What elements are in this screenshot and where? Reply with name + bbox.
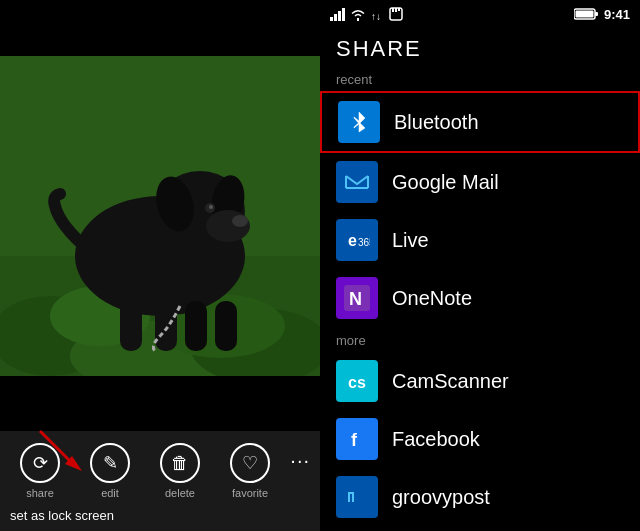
dog-photo — [0, 56, 320, 376]
left-panel: ⟳ share ✎ edit 🗑 delete ♡ favorite ... s… — [0, 0, 320, 531]
onenote-icon: N — [336, 277, 378, 319]
onenote-label: OneNote — [392, 287, 472, 310]
groovypost-label: groovypost — [392, 486, 490, 509]
svg-rect-17 — [185, 301, 207, 351]
delete-label: delete — [165, 487, 195, 499]
svg-text:f: f — [351, 430, 358, 450]
groovypost-icon — [336, 476, 378, 518]
svg-rect-18 — [215, 301, 237, 351]
facebook-item[interactable]: f Facebook — [320, 410, 640, 468]
status-bar: ↑↓ 9:41 — [320, 0, 640, 28]
delete-icon: 🗑 — [160, 443, 200, 483]
status-left: ↑↓ — [330, 7, 403, 21]
lock-screen-text: set as lock screen — [10, 508, 114, 523]
svg-text:N: N — [349, 289, 362, 309]
camscanner-label: CamScanner — [392, 370, 509, 393]
live-icon: e 365 — [336, 219, 378, 261]
camscanner-item[interactable]: cs CamScanner — [320, 352, 640, 410]
favorite-label: favorite — [232, 487, 268, 499]
edit-icon: ✎ — [90, 443, 130, 483]
svg-text:365: 365 — [358, 237, 370, 248]
edit-label: edit — [101, 487, 119, 499]
status-right: 9:41 — [574, 7, 630, 22]
dog-image — [0, 56, 320, 376]
bluetooth-item[interactable]: Bluetooth — [320, 91, 640, 153]
time-display: 9:41 — [604, 7, 630, 22]
facebook-icon: f — [336, 418, 378, 460]
photo-area — [0, 0, 320, 431]
groovypost-item[interactable]: groovypost — [320, 468, 640, 526]
gmail-item[interactable]: Google Mail — [320, 153, 640, 211]
wifi-icon — [349, 8, 367, 21]
more-label: more — [320, 327, 640, 352]
share-label: share — [26, 487, 54, 499]
sd-icon — [389, 7, 403, 21]
svg-text:cs: cs — [348, 374, 366, 391]
camscanner-icon: cs — [336, 360, 378, 402]
svg-point-12 — [232, 215, 248, 227]
svg-point-14 — [209, 205, 213, 209]
battery-icon — [574, 7, 599, 21]
edit-tool[interactable]: ✎ edit — [90, 443, 130, 499]
svg-rect-28 — [575, 11, 593, 18]
svg-rect-27 — [595, 12, 598, 16]
svg-rect-15 — [120, 296, 142, 351]
gmail-label: Google Mail — [392, 171, 499, 194]
favorite-tool[interactable]: ♡ favorite — [230, 443, 270, 499]
svg-rect-24 — [395, 8, 397, 12]
svg-rect-40 — [344, 426, 370, 452]
bluetooth-label: Bluetooth — [394, 111, 479, 134]
recent-label: recent — [320, 66, 640, 91]
right-panel: ↑↓ 9:41 SHARE recent — [320, 0, 640, 531]
share-title: SHARE — [320, 28, 640, 66]
signal-icon — [330, 8, 345, 21]
svg-rect-16 — [155, 296, 177, 351]
favorite-icon: ♡ — [230, 443, 270, 483]
live-label: Live — [392, 229, 429, 252]
live-item[interactable]: e 365 Live — [320, 211, 640, 269]
bluetooth-icon — [338, 101, 380, 143]
gmail-icon — [336, 161, 378, 203]
svg-rect-23 — [392, 8, 394, 12]
toolbar: ⟳ share ✎ edit 🗑 delete ♡ favorite ... s… — [0, 431, 320, 531]
svg-rect-25 — [398, 8, 400, 11]
onenote-item[interactable]: N OneNote — [320, 269, 640, 327]
svg-text:e: e — [348, 232, 357, 249]
more-button[interactable]: ... — [290, 445, 310, 468]
arrow-indicator — [30, 426, 90, 476]
facebook-label: Facebook — [392, 428, 480, 451]
delete-tool[interactable]: 🗑 delete — [160, 443, 200, 499]
data-icon: ↑↓ — [371, 8, 385, 21]
svg-text:↑↓: ↑↓ — [371, 11, 381, 21]
svg-rect-42 — [344, 484, 370, 510]
